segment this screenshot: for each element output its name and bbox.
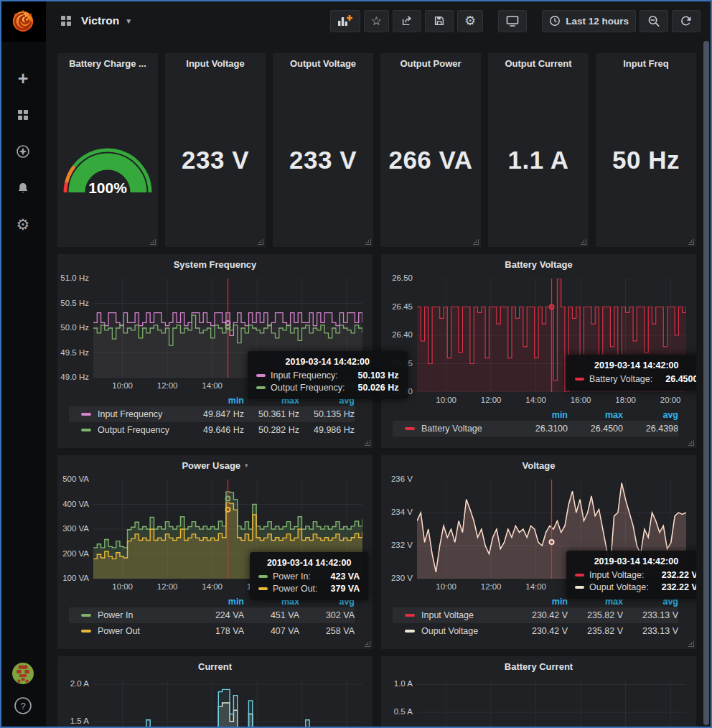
alerting-bell-icon[interactable]: [14, 179, 32, 197]
series-color-marker-icon[interactable]: [405, 614, 415, 617]
legend-header-max[interactable]: max: [244, 597, 299, 607]
legend-header-max[interactable]: max: [568, 597, 623, 607]
legend-series-name[interactable]: Output Frequency: [98, 425, 189, 435]
series-color-marker-icon[interactable]: [405, 630, 415, 633]
legend-header-max[interactable]: max: [244, 396, 299, 406]
panel-resize-handle[interactable]: [473, 239, 479, 245]
dashboard-title[interactable]: Victron: [81, 14, 119, 27]
add-panel-icon: [337, 14, 353, 27]
cycle-view-button[interactable]: [498, 10, 527, 32]
dashboard-breadcrumb[interactable]: Victron ▼: [59, 14, 132, 28]
chart-plot[interactable]: 1.0 A0.5 A: [417, 681, 686, 728]
panel-resize-handle[interactable]: [365, 641, 370, 647]
time-picker-button[interactable]: Last 12 hours: [542, 10, 636, 32]
save-button[interactable]: [425, 10, 454, 32]
panel-resize-handle[interactable]: [365, 440, 370, 446]
scrollbar-thumb[interactable]: [703, 41, 709, 725]
chart-plot[interactable]: 500 VA400 VA300 VA200 VA100 VA: [93, 480, 362, 579]
chart-plot[interactable]: 2.0 A1.5 A: [93, 681, 362, 728]
star-button[interactable]: ☆: [364, 10, 389, 32]
legend-series-name[interactable]: Power Out: [98, 626, 189, 636]
series-color-marker-icon[interactable]: [81, 429, 91, 431]
panel-title[interactable]: Battery Current: [381, 656, 696, 676]
dashboard-settings-button[interactable]: ⚙: [457, 10, 483, 32]
stat-panel: Output Current1.1 A: [488, 53, 589, 247]
legend-series-name[interactable]: Input Voltage: [421, 610, 512, 620]
legend-header-min[interactable]: min: [189, 597, 244, 607]
stat-value-text: 1.1 A: [508, 146, 569, 174]
grafana-logo[interactable]: [0, 0, 46, 42]
user-avatar-icon[interactable]: [12, 663, 34, 684]
zoom-out-button[interactable]: [640, 10, 668, 32]
panel-resize-handle[interactable]: [258, 239, 263, 245]
legend-header-min[interactable]: min: [512, 410, 568, 420]
series-color-marker-icon[interactable]: [81, 614, 91, 617]
panel-title[interactable]: Battery Voltage: [381, 254, 696, 274]
legend-series-name[interactable]: Power In: [98, 610, 189, 620]
legend-row[interactable]: Input Voltage230.42 V235.82 V233.13 V: [393, 607, 678, 623]
legend-row[interactable]: Output Frequency49.646 Hz50.282 Hz49.986…: [69, 422, 355, 438]
panel-title[interactable]: Input Voltage: [165, 53, 266, 73]
legend-header-avg[interactable]: avg: [299, 396, 355, 406]
refresh-button[interactable]: [672, 10, 701, 32]
legend-header-avg[interactable]: avg: [623, 597, 678, 607]
y-axis-tick-label: 49.5 Hz: [59, 348, 89, 357]
legend-stat-value: 407 VA: [244, 626, 299, 636]
x-axis-tick-label: 14:00: [525, 582, 546, 591]
x-axis-tick-label: 10:00: [436, 582, 456, 591]
legend-stat-value: 49.986 Hz: [299, 425, 355, 435]
panel-menu-caret-icon[interactable]: ▾: [245, 462, 248, 469]
add-panel-button[interactable]: [330, 10, 360, 32]
legend-header-min[interactable]: min: [189, 396, 244, 406]
configuration-gear-icon[interactable]: ⚙: [14, 215, 32, 234]
series-color-marker-icon[interactable]: [81, 413, 91, 416]
legend-header-max[interactable]: max: [568, 410, 623, 420]
y-axis-tick-label: 232 V: [383, 541, 413, 549]
x-axis-tick-label: 10:00: [112, 381, 133, 390]
legend-stat-value: 26.4500: [568, 424, 623, 434]
chart-plot[interactable]: 236 V234 V232 V230 V: [417, 480, 686, 579]
panel-title[interactable]: System Frequency: [57, 254, 373, 274]
y-axis-tick-label: 300 VA: [59, 524, 89, 533]
dashboards-grid-icon: [59, 14, 73, 28]
panel-title[interactable]: Current: [57, 656, 373, 676]
legend-series-name[interactable]: Battery Voltage: [421, 424, 512, 434]
legend-row[interactable]: Power Out178 VA407 VA258 VA: [69, 623, 355, 639]
panel-title[interactable]: Output Power: [380, 53, 481, 73]
panel-resize-handle[interactable]: [688, 641, 694, 647]
chart-plot[interactable]: 51.0 Hz50.5 Hz50.0 Hz49.5 Hz49.0 Hz: [93, 279, 362, 378]
panel-resize-handle[interactable]: [688, 239, 694, 245]
chart-legend: minmaxavgBattery Voltage26.310026.450026…: [393, 409, 678, 437]
legend-header-avg[interactable]: avg: [299, 597, 355, 607]
x-axis-tick-label: 18:00: [291, 582, 312, 591]
legend-header-min[interactable]: min: [512, 597, 568, 607]
series-color-marker-icon[interactable]: [405, 427, 415, 430]
y-axis-tick-label: 50.5 Hz: [59, 299, 89, 307]
panel-title[interactable]: Input Freq: [596, 53, 696, 73]
explore-compass-icon[interactable]: [14, 142, 32, 161]
chart-plot[interactable]: 26.5026.4526.4026.3526.30: [417, 279, 686, 392]
panel-resize-handle[interactable]: [581, 239, 586, 245]
legend-row[interactable]: Battery Voltage26.310026.450026.4398: [393, 421, 678, 437]
panel-resize-handle[interactable]: [688, 440, 694, 446]
share-button[interactable]: [393, 10, 421, 32]
panel-resize-handle[interactable]: [365, 239, 371, 245]
legend-row[interactable]: Ouput Voltage230.42 V235.82 V233.13 V: [393, 623, 678, 639]
legend-row[interactable]: Power In224 VA451 VA302 VA: [69, 607, 355, 623]
help-question-icon[interactable]: ?: [12, 695, 34, 717]
panel-title[interactable]: Power Usage▾: [57, 455, 373, 475]
create-plus-icon[interactable]: +: [14, 69, 32, 88]
legend-series-name[interactable]: Input Frequency: [98, 409, 189, 419]
panel-title[interactable]: Output Voltage: [273, 53, 373, 73]
legend-header-avg[interactable]: avg: [623, 410, 678, 420]
legend-series-name[interactable]: Ouput Voltage: [421, 626, 512, 636]
dashboards-grid-icon[interactable]: [14, 106, 32, 124]
panel-title[interactable]: Voltage: [381, 455, 696, 475]
panel-resize-handle[interactable]: [150, 239, 156, 245]
legend-row[interactable]: Input Frequency49.847 Hz50.361 Hz50.135 …: [69, 406, 355, 422]
vertical-scrollbar[interactable]: [703, 41, 709, 725]
series-color-marker-icon[interactable]: [81, 630, 91, 633]
panel-title[interactable]: Battery Charge ...: [57, 53, 158, 73]
panel-title[interactable]: Output Current: [488, 53, 589, 73]
y-axis-tick-label: 26.50: [383, 274, 413, 282]
